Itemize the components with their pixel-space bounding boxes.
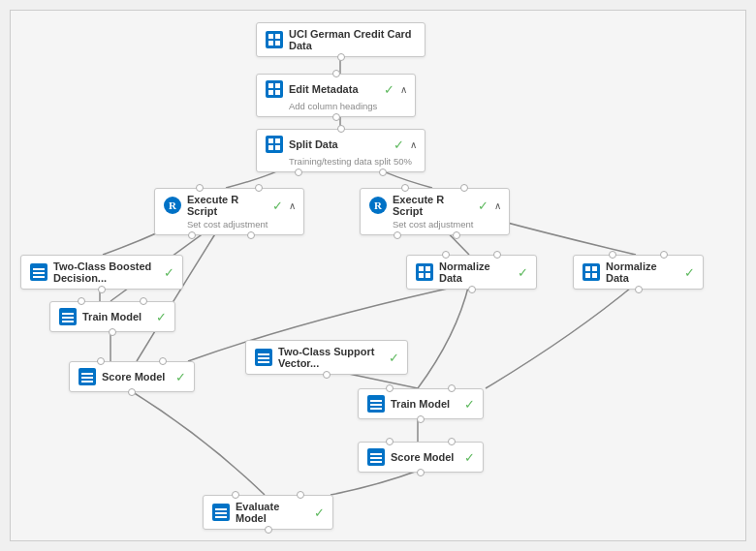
svg-rect-4: [268, 83, 273, 88]
svg-rect-19: [585, 266, 590, 271]
score-model-left-check: ✓: [175, 370, 186, 384]
svg-rect-30: [81, 377, 93, 379]
svg-rect-11: [275, 145, 280, 150]
exec-r-left-check: ✓: [272, 199, 283, 213]
svg-rect-3: [275, 41, 280, 46]
train-model-right-check: ✓: [464, 397, 475, 412]
edit-meta-subtitle: Add column headings: [289, 101, 407, 111]
edit-meta-check: ✓: [384, 82, 394, 97]
train-model-left-icon: [58, 307, 78, 326]
exec-r-right-icon: R: [368, 196, 388, 215]
score-model-right-check: ✓: [464, 450, 475, 465]
score-model-left-icon: [78, 367, 97, 386]
svg-rect-27: [258, 357, 269, 359]
node-uci[interactable]: UCI German Credit Card Data: [256, 22, 425, 57]
svg-rect-34: [370, 408, 382, 410]
svg-rect-39: [215, 512, 227, 514]
normalize-left-title: Normalize Data: [439, 260, 511, 284]
node-boosted-dt[interactable]: Two-Class Boosted Decision... ✓: [20, 255, 183, 290]
edit-meta-title: Edit Metadata: [289, 83, 377, 95]
score-model-right-icon: [366, 447, 386, 467]
svg-rect-36: [370, 457, 382, 459]
edit-meta-icon: [265, 79, 284, 99]
svg-rect-9: [275, 138, 280, 143]
normalize-left-icon: [415, 262, 434, 282]
svg-rect-28: [258, 361, 269, 363]
svg-rect-22: [592, 273, 597, 278]
boosted-dt-title: Two-Class Boosted Decision...: [53, 260, 157, 284]
split-icon: [265, 135, 284, 154]
svg-rect-5: [275, 83, 280, 88]
svg-rect-10: [268, 145, 273, 150]
score-model-right-title: Score Model: [391, 451, 457, 463]
svg-rect-24: [62, 317, 74, 319]
svg-rect-17: [419, 273, 424, 278]
svg-rect-38: [215, 508, 227, 510]
split-check: ✓: [394, 138, 404, 152]
svg-rect-21: [585, 273, 590, 278]
node-evaluate[interactable]: Evaluate Model ✓: [203, 495, 333, 530]
svm-title: Two-Class Support Vector...: [278, 346, 382, 369]
svg-rect-32: [370, 400, 382, 402]
score-model-left-title: Score Model: [102, 371, 169, 383]
edit-meta-caret[interactable]: ∧: [400, 84, 407, 95]
svg-rect-1: [275, 34, 280, 39]
svg-rect-14: [33, 276, 45, 278]
uci-icon: [265, 30, 284, 49]
svg-rect-25: [62, 321, 74, 322]
svg-rect-40: [215, 516, 227, 518]
exec-r-left-icon: R: [163, 196, 182, 215]
normalize-right-icon: [582, 262, 601, 282]
pipeline-canvas: UCI German Credit Card Data Edit Metadat…: [10, 10, 746, 541]
split-title: Split Data: [289, 138, 387, 150]
svg-rect-33: [370, 404, 382, 406]
node-train-model-left[interactable]: Train Model ✓: [49, 301, 175, 332]
svm-check: ✓: [389, 351, 399, 365]
boosted-dt-icon: [29, 262, 48, 282]
evaluate-title: Evaluate Model: [236, 501, 307, 524]
node-normalize-left[interactable]: Normalize Data ✓: [406, 255, 537, 290]
svg-rect-29: [81, 373, 93, 375]
node-split-data[interactable]: Split Data ✓ ∧ Training/testing data spl…: [256, 129, 425, 172]
svg-rect-23: [62, 313, 74, 315]
svm-icon: [254, 348, 273, 367]
svg-rect-37: [370, 461, 382, 463]
train-model-left-title: Train Model: [82, 311, 149, 322]
normalize-left-check: ✓: [518, 265, 528, 280]
node-edit-metadata[interactable]: Edit Metadata ✓ ∧ Add column headings: [256, 74, 416, 117]
normalize-right-check: ✓: [684, 265, 695, 280]
svg-rect-8: [268, 138, 273, 143]
svg-rect-13: [33, 272, 45, 274]
svg-rect-18: [425, 273, 430, 278]
evaluate-icon: [211, 503, 231, 522]
node-exec-r-right[interactable]: R Execute R Script ✓ ∧ Set cost adjustme…: [360, 188, 510, 235]
exec-r-left-subtitle: Set cost adjustment: [187, 219, 296, 230]
exec-r-right-caret[interactable]: ∧: [494, 200, 501, 211]
boosted-dt-check: ✓: [164, 265, 174, 280]
node-exec-r-left[interactable]: R Execute R Script ✓ ∧ Set cost adjustme…: [154, 188, 304, 235]
svg-rect-6: [268, 90, 273, 95]
node-score-model-left[interactable]: Score Model ✓: [69, 361, 195, 392]
svg-rect-26: [258, 353, 269, 355]
exec-r-left-title: Execute R Script: [187, 194, 266, 217]
node-train-model-right[interactable]: Train Model ✓: [358, 388, 484, 419]
node-normalize-right[interactable]: Normalize Data ✓: [573, 255, 704, 290]
svg-rect-12: [33, 268, 45, 270]
svg-rect-15: [419, 266, 424, 271]
train-model-right-title: Train Model: [391, 398, 457, 410]
train-model-right-icon: [366, 394, 386, 413]
exec-r-right-title: Execute R Script: [393, 194, 471, 217]
svg-rect-16: [425, 266, 430, 271]
exec-r-right-subtitle: Set cost adjustment: [393, 219, 501, 230]
svg-rect-0: [268, 34, 273, 39]
normalize-right-title: Normalize Data: [606, 260, 677, 284]
svg-rect-2: [268, 41, 273, 46]
node-score-model-right[interactable]: Score Model ✓: [358, 442, 484, 473]
exec-r-left-caret[interactable]: ∧: [289, 200, 296, 211]
svg-rect-31: [81, 381, 93, 383]
node-svm[interactable]: Two-Class Support Vector... ✓: [245, 340, 408, 375]
svg-rect-20: [592, 266, 597, 271]
split-caret[interactable]: ∧: [410, 139, 417, 150]
uci-title: UCI German Credit Card Data: [289, 28, 417, 51]
svg-rect-7: [275, 90, 280, 95]
